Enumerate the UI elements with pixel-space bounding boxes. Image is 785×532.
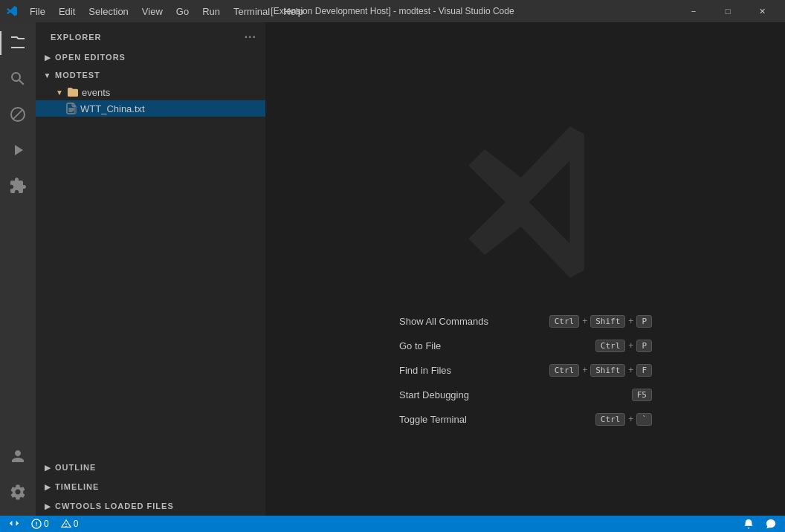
outline-label: OUTLINE — [55, 463, 96, 472]
activity-account[interactable] — [0, 438, 36, 474]
shortcut-find-in-files-keys: Ctrl + Shift + F — [549, 364, 652, 377]
main-layout: EXPLORER ··· ▶ OPEN EDITORS ▼ MODTEST ▼ — [0, 22, 785, 516]
cwtools-chevron-icon: ▶ — [42, 500, 54, 512]
titlebar: File Edit Selection View Go Run Terminal… — [0, 0, 785, 22]
section-open-editors[interactable]: ▶ OPEN EDITORS — [36, 48, 265, 66]
section-timeline[interactable]: ▶ TIMELINE — [36, 477, 265, 496]
svg-point-8 — [65, 526, 66, 527]
file-tree: ▼ events WTT_China.txt — [36, 84, 265, 117]
settings-icon — [9, 483, 27, 501]
feedback-button[interactable] — [763, 516, 779, 532]
section-cwtools[interactable]: ▶ CWTOOLS LOADED FILES — [36, 496, 265, 516]
key-ctrl: Ctrl — [549, 315, 580, 328]
feedback-icon — [766, 519, 776, 529]
open-editors-label: OPEN EDITORS — [55, 53, 126, 62]
chevron-down-icon: ▼ — [42, 69, 54, 81]
window-title: [Extension Development Host] - modtest -… — [271, 6, 514, 16]
key-shift: Shift — [590, 315, 625, 328]
menu-go[interactable]: Go — [170, 4, 195, 19]
outline-chevron-icon: ▶ — [42, 461, 54, 473]
notifications-button[interactable] — [740, 516, 757, 532]
statusbar-left: 0 0 — [6, 516, 81, 532]
activity-extensions[interactable] — [0, 168, 36, 204]
key-sep: + — [628, 316, 633, 326]
key-sep: + — [582, 365, 587, 375]
cwtools-label: CWTOOLS LOADED FILES — [55, 502, 174, 510]
shortcut-toggle-terminal-keys: Ctrl + ` — [595, 413, 652, 426]
files-icon — [9, 34, 27, 52]
window-controls: − □ ✕ — [676, 0, 779, 22]
activity-explorer[interactable] — [0, 25, 36, 61]
shortcut-show-commands: Show All Commands Ctrl + Shift + P — [399, 315, 652, 328]
warnings-status[interactable]: 0 — [58, 516, 82, 532]
search-icon — [9, 70, 27, 88]
sidebar-content: ▶ OPEN EDITORS ▼ MODTEST ▼ events — [36, 48, 265, 458]
welcome-content: Show All Commands Ctrl + Shift + P Go to… — [399, 113, 652, 426]
activity-bar — [0, 22, 36, 516]
account-icon — [9, 447, 27, 465]
file-wtt-china[interactable]: WTT_China.txt — [36, 100, 265, 117]
bell-icon — [743, 519, 754, 529]
key-f5: F5 — [632, 389, 652, 401]
modtest-label: MODTEST — [55, 71, 100, 80]
shortcut-find-in-files-label: Find in Files — [399, 365, 451, 376]
chevron-right-icon: ▶ — [42, 51, 54, 63]
folder-icon — [67, 86, 79, 98]
shortcut-show-commands-label: Show All Commands — [399, 316, 488, 327]
close-button[interactable]: ✕ — [745, 0, 779, 22]
shortcut-toggle-terminal: Toggle Terminal Ctrl + ` — [399, 413, 652, 426]
maximize-button[interactable]: □ — [711, 0, 745, 22]
titlebar-left: File Edit Selection View Go Run Terminal… — [6, 4, 309, 19]
editor-area: Show All Commands Ctrl + Shift + P Go to… — [266, 22, 785, 516]
activity-source-control[interactable] — [0, 97, 36, 132]
key-sep: + — [582, 316, 587, 326]
menu-selection[interactable]: Selection — [83, 4, 134, 19]
activity-run[interactable] — [0, 132, 36, 168]
explorer-header: EXPLORER ··· — [36, 22, 265, 48]
shortcuts-list: Show All Commands Ctrl + Shift + P Go to… — [399, 315, 652, 426]
shortcut-find-in-files: Find in Files Ctrl + Shift + F — [399, 364, 652, 377]
explorer-title: EXPLORER — [51, 33, 102, 42]
git-icon — [9, 106, 27, 123]
menu-terminal[interactable]: Terminal — [227, 4, 276, 19]
section-outline[interactable]: ▶ OUTLINE — [36, 458, 265, 477]
folder-chevron-icon: ▼ — [54, 86, 65, 98]
remote-status[interactable] — [6, 516, 22, 532]
shortcut-start-debugging: Start Debugging F5 — [399, 389, 652, 401]
menu-edit[interactable]: Edit — [53, 4, 81, 19]
folder-events-label: events — [82, 87, 110, 98]
shortcut-go-to-file-label: Go to File — [399, 340, 441, 351]
shortcut-go-to-file: Go to File Ctrl + P — [399, 340, 652, 352]
key-f: F — [636, 364, 652, 377]
vscode-logo-icon — [6, 5, 18, 17]
statusbar: 0 0 — [0, 516, 785, 532]
timeline-label: TIMELINE — [55, 482, 99, 491]
timeline-chevron-icon: ▶ — [42, 481, 54, 493]
menu-bar: File Edit Selection View Go Run Terminal… — [24, 4, 309, 19]
remote-icon — [9, 519, 19, 529]
key-ctrl: Ctrl — [595, 340, 626, 352]
menu-view[interactable]: View — [136, 4, 169, 19]
activity-search[interactable] — [0, 61, 36, 97]
key-ctrl: Ctrl — [549, 364, 580, 377]
shortcut-start-debugging-keys: F5 — [632, 389, 652, 401]
explorer-more-button[interactable]: ··· — [245, 30, 256, 44]
minimize-button[interactable]: − — [676, 0, 711, 22]
errors-status[interactable]: 0 — [28, 516, 52, 532]
menu-file[interactable]: File — [24, 4, 51, 19]
folder-events[interactable]: ▼ events — [36, 84, 265, 100]
shortcut-go-to-file-keys: Ctrl + P — [595, 340, 652, 352]
activity-settings[interactable] — [0, 474, 36, 510]
menu-run[interactable]: Run — [196, 4, 226, 19]
section-modtest[interactable]: ▼ MODTEST — [36, 66, 265, 84]
key-sep: + — [628, 414, 633, 424]
key-shift: Shift — [590, 364, 625, 377]
key-sep: + — [628, 340, 633, 351]
run-icon — [9, 141, 27, 159]
vscode-watermark-icon — [436, 113, 615, 291]
shortcut-show-commands-keys: Ctrl + Shift + P — [549, 315, 652, 328]
statusbar-right — [740, 516, 779, 532]
warning-icon — [61, 519, 71, 529]
svg-point-6 — [36, 525, 36, 526]
txt-file-icon — [65, 103, 77, 114]
